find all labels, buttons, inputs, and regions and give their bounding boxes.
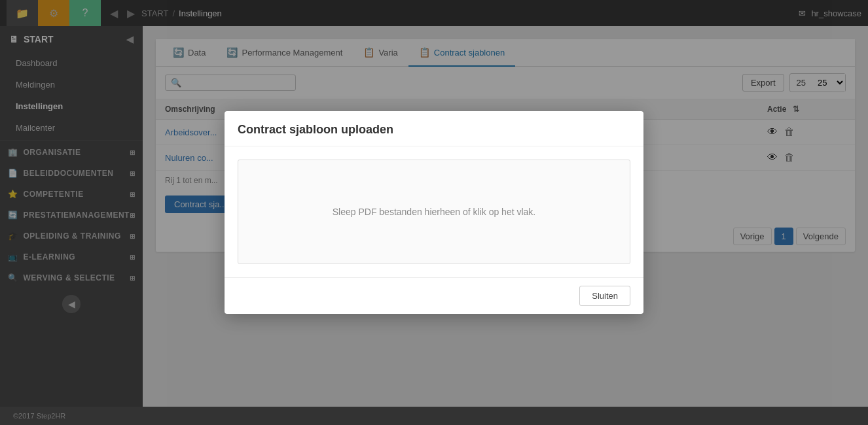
upload-modal: Contract sjabloon uploaden Sleep PDF bes… xyxy=(225,111,643,314)
modal-overlay[interactable]: Contract sjabloon uploaden Sleep PDF bes… xyxy=(0,0,868,425)
modal-body: Sleep PDF bestanden hierheen of klik op … xyxy=(225,146,643,277)
file-dropzone[interactable]: Sleep PDF bestanden hierheen of klik op … xyxy=(238,160,630,264)
modal-close-btn[interactable]: Sluiten xyxy=(579,286,630,306)
modal-title: Contract sjabloon uploaden xyxy=(238,123,393,136)
dropzone-text: Sleep PDF bestanden hierheen of klik op … xyxy=(333,207,536,217)
modal-header: Contract sjabloon uploaden xyxy=(225,111,643,146)
modal-footer: Sluiten xyxy=(225,277,643,314)
